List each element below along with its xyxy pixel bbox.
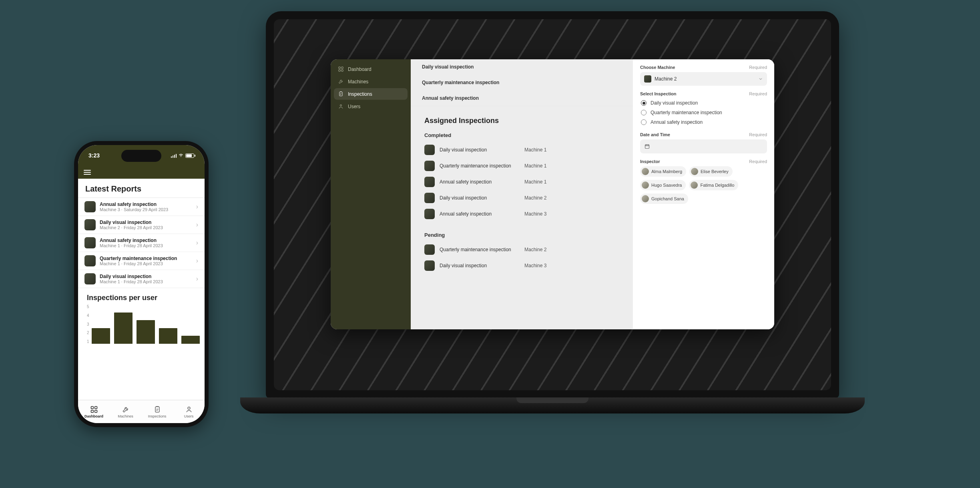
report-thumb [84,273,96,284]
inspector-chip[interactable]: Hugo Saavedra [640,180,686,190]
pending-list: Quarterly maintenance inspectionMachine … [424,242,619,273]
svg-rect-5 [155,407,159,412]
report-item[interactable]: Quarterly maintenance inspection Machine… [78,252,205,270]
inspector-chip[interactable]: Gopichand Sana [640,194,688,204]
inspection-thumb [424,193,435,203]
inspection-row[interactable]: Daily visual inspectionMachine 3 [424,258,619,273]
tab-label: Dashboard [84,414,103,418]
chart-bars [92,304,200,344]
report-item[interactable]: Daily visual inspection Machine 1 · Frid… [78,270,205,288]
machine-select-value: Machine 2 [655,76,677,82]
inspection-row[interactable]: Quarterly maintenance inspectionMachine … [424,158,619,173]
avatar [642,168,649,175]
sidebar-item-machines[interactable]: Machines [334,76,408,87]
phone-notch [121,150,161,162]
inspection-row[interactable]: Annual safety inspectionMachine 3 [424,206,619,222]
inspection-radio[interactable]: Quarterly maintenance inspection [641,110,766,115]
inspection-row[interactable]: Annual safety inspectionMachine 1 [424,174,619,190]
chevron-right-icon: › [196,203,198,210]
report-item-title: Daily visual inspection [100,274,192,279]
svg-rect-13 [645,145,649,148]
inspection-row-title: Annual safety inspection [440,211,520,217]
dashboard-icon [338,66,344,72]
radio-label: Quarterly maintenance inspection [651,110,722,115]
inspection-row[interactable]: Daily visual inspectionMachine 1 [424,142,619,157]
tab-dashboard[interactable]: Dashboard [78,400,110,423]
inspection-radio[interactable]: Daily visual inspection [641,100,766,106]
status-icons [171,153,195,158]
chevron-right-icon: › [196,257,198,264]
chart-bar [92,328,110,344]
inspection-type-row[interactable]: Quarterly maintenance inspection [411,75,633,91]
inspection-row-title: Quarterly maintenance inspection [440,247,520,252]
inspector-chips: Alma MalmbergElise BeverleyHugo Saavedra… [640,166,767,204]
required-label: Required [749,159,767,164]
inspections-chart: 54321 [78,304,205,348]
inspection-row-machine: Machine 3 [524,263,546,268]
menu-icon[interactable] [84,170,91,174]
laptop-lid: Dashboard Machines Inspections Users [266,11,839,398]
date-time-label: Date and Time [640,132,670,137]
sidebar-item-users[interactable]: Users [334,101,408,112]
inspection-radio[interactable]: Annual safety inspection [641,119,766,125]
inspector-chip[interactable]: Fatima Delgadillo [689,180,738,190]
report-thumb [84,219,96,230]
svg-rect-10 [341,70,343,71]
inspection-type-row[interactable]: Annual safety inspection [411,91,633,106]
radio-label: Annual safety inspection [651,119,703,125]
chevron-right-icon: › [196,275,198,282]
inspection-thumb [424,244,435,255]
avatar [691,181,698,189]
report-item-title: Annual safety inspection [100,238,192,243]
inspection-type-row[interactable]: Daily visual inspection [411,59,633,75]
date-time-input[interactable] [640,139,767,153]
report-item-sub: Machine 2 · Friday 28 April 2023 [100,225,192,230]
report-item-sub: Machine 1 · Friday 28 April 2023 [100,279,192,284]
select-inspection-label: Select Inspection [640,91,676,96]
report-item-title: Quarterly maintenance inspection [100,256,192,261]
app-window: Dashboard Machines Inspections Users [331,59,774,329]
inspection-row-title: Daily visual inspection [440,147,520,153]
tab-inspections[interactable]: Inspections [141,400,173,423]
report-item-title: Daily visual inspection [100,220,192,225]
avatar [642,195,649,202]
inspection-row-title: Quarterly maintenance inspection [440,163,520,169]
svg-rect-8 [341,67,343,69]
phone-frame: 3:23 Latest Reports Annual safety inspec… [74,141,209,427]
inspection-row-machine: Machine 1 [524,147,546,153]
tab-users[interactable]: Users [173,400,205,423]
completed-list: Daily visual inspectionMachine 1Quarterl… [424,142,619,222]
radio-icon [641,100,647,106]
required-label: Required [749,65,767,70]
clipboard-icon [153,405,161,413]
chevron-right-icon: › [196,221,198,228]
machine-select[interactable]: Machine 2 [640,72,767,86]
report-item-sub: Machine 1 · Friday 28 April 2023 [100,243,192,248]
inspection-row[interactable]: Daily visual inspectionMachine 2 [424,190,619,206]
report-item[interactable]: Annual safety inspection Machine 1 · Fri… [78,234,205,252]
sidebar-item-inspections[interactable]: Inspections [334,88,408,100]
laptop-base [240,397,865,413]
completed-label: Completed [424,132,619,138]
chevron-right-icon: › [196,239,198,246]
inspector-chip[interactable]: Elise Beverley [689,166,733,177]
battery-icon [185,153,194,158]
main-content: Daily visual inspection Quarterly mainte… [411,59,633,329]
assigned-inspections-title: Assigned Inspections [424,117,619,125]
inspection-row-machine: Machine 3 [524,211,546,217]
inspection-thumb [424,209,435,219]
wrench-icon [122,405,130,413]
chip-label: Elise Beverley [701,169,729,174]
latest-reports-title: Latest Reports [85,184,197,194]
sidebar-item-dashboard[interactable]: Dashboard [334,63,408,75]
report-item[interactable]: Daily visual inspection Machine 2 · Frid… [78,216,205,234]
chip-label: Hugo Saavedra [651,183,682,188]
machine-thumb [644,75,651,83]
chart-bar [114,313,133,344]
tab-machines[interactable]: Machines [110,400,141,423]
report-item[interactable]: Annual safety inspection Machine 3 · Sat… [78,198,205,216]
chip-label: Gopichand Sana [651,196,684,201]
pending-label: Pending [424,232,619,238]
inspector-chip[interactable]: Alma Malmberg [640,166,686,177]
inspection-row[interactable]: Quarterly maintenance inspectionMachine … [424,242,619,257]
